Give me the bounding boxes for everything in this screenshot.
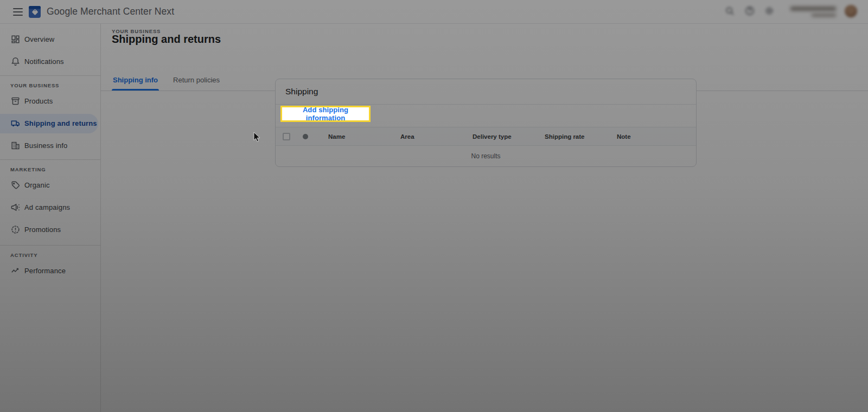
sidebar-item-label: Overview <box>24 35 54 43</box>
sidebar-item-overview[interactable]: Overview <box>0 28 100 50</box>
merchant-center-screen: Google Merchant Center Next <box>0 0 868 412</box>
card-title: Shipping <box>285 87 318 96</box>
search-icon[interactable] <box>721 2 738 20</box>
table-header-row: Name Area Delivery type Shipping rate No… <box>276 127 696 146</box>
sidebar-item-label: Performance <box>24 267 66 275</box>
sidebar-section-heading: ACTIVITY <box>0 246 100 260</box>
empty-results-message: No results <box>276 146 696 166</box>
account-id-redacted <box>812 14 836 17</box>
status-dot-icon <box>303 134 308 139</box>
merchant-center-logo <box>29 6 41 18</box>
column-header-area: Area <box>397 133 469 140</box>
sidebar-section-heading: MARKETING <box>0 160 100 174</box>
selected-nav-pill: Shipping and returns <box>0 114 98 133</box>
tab-return-policies[interactable]: Return policies <box>172 73 221 91</box>
help-icon[interactable] <box>741 2 758 20</box>
sidebar-item-ad-campaigns[interactable]: Ad campaigns <box>0 196 100 218</box>
hamburger-menu-icon[interactable] <box>9 3 27 21</box>
bell-icon <box>10 56 21 67</box>
page-title: Shipping and returns <box>112 33 221 46</box>
sidebar-item-performance[interactable]: Performance <box>0 260 100 282</box>
performance-trend-icon <box>10 266 21 276</box>
megaphone-icon <box>10 202 21 213</box>
sidebar-item-label: Ad campaigns <box>24 203 70 211</box>
sidebar-item-label: Business info <box>24 141 67 150</box>
sidebar-item-products[interactable]: Products <box>0 90 100 112</box>
account-avatar[interactable] <box>845 5 857 17</box>
promo-badge-icon <box>10 224 21 235</box>
sidebar-item-shipping-and-returns[interactable]: Shipping and returns <box>0 112 100 134</box>
column-header-shipping-rate: Shipping rate <box>541 133 613 140</box>
main-content: YOUR BUSINESS Shipping and returns Shipp… <box>101 24 868 412</box>
products-box-icon <box>10 96 21 106</box>
sidebar-item-label: Organic <box>24 181 50 189</box>
add-shipping-information-button[interactable]: Add shipping information <box>280 106 371 122</box>
column-header-name: Name <box>324 133 397 140</box>
app-header: Google Merchant Center Next <box>0 0 868 24</box>
card-title-row: Shipping <box>276 79 696 105</box>
sidebar-item-label: Products <box>24 97 53 105</box>
account-name-redacted <box>790 7 836 11</box>
sidebar-item-promotions[interactable]: Promotions <box>0 218 100 241</box>
sidebar-item-label: Shipping and returns <box>24 119 97 127</box>
column-header-note: Note <box>613 133 685 140</box>
column-header-delivery-type: Delivery type <box>469 133 541 140</box>
tab-shipping-info[interactable]: Shipping info <box>112 73 159 91</box>
price-tag-icon <box>10 180 21 190</box>
shipping-truck-icon <box>10 118 21 128</box>
sidebar-section-heading: YOUR BUSINESS <box>0 76 100 90</box>
shipping-card: Shipping Name Area Delivery type Shippin… <box>275 79 697 167</box>
overview-grid-icon <box>10 34 21 44</box>
sidebar-item-label: Notifications <box>24 57 64 66</box>
sidebar-item-notifications[interactable]: Notifications <box>0 50 100 73</box>
settings-gear-icon[interactable] <box>761 2 778 20</box>
select-all-checkbox[interactable] <box>283 133 290 140</box>
sidebar-nav: Overview Notifications YOUR BUSINESS Pro… <box>0 24 101 412</box>
mouse-cursor <box>253 132 261 145</box>
sidebar-item-label: Promotions <box>24 226 61 234</box>
sidebar-item-organic[interactable]: Organic <box>0 174 100 196</box>
business-building-icon <box>10 140 21 151</box>
sidebar-item-business-info[interactable]: Business info <box>0 134 100 157</box>
app-title: Google Merchant Center Next <box>47 6 174 17</box>
